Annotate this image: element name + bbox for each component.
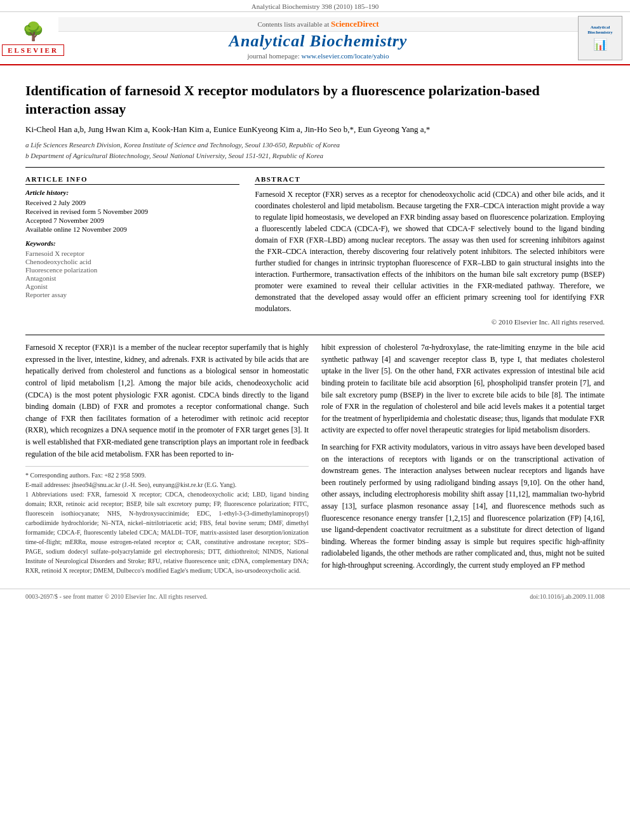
main-text-col2: hibit expression of cholesterol 7α-hydro… [321, 342, 605, 576]
keyword-5: Agonist [25, 283, 239, 290]
affiliation-a: a Life Sciences Research Division, Korea… [25, 140, 605, 150]
keyword-1: Farnesoid X receptor [25, 250, 239, 257]
article-body: ARTICLE INFO Article history: Received 2… [25, 175, 605, 326]
bottom-copyright: 0003-2697/$ - see front matter © 2010 El… [25, 593, 208, 600]
article-history-label: Article history: [25, 189, 239, 196]
logo-graphic: 📊 [593, 37, 607, 51]
bottom-bar: 0003-2697/$ - see front matter © 2010 El… [0, 589, 630, 604]
homepage-label: journal homepage: [248, 52, 300, 60]
article-content: Identification of farnesoid X receptor m… [0, 65, 630, 589]
journal-citation: Analytical Biochemistry 398 (2010) 185–1… [251, 3, 379, 10]
footnote-abbrev: 1 Abbreviations used: FXR, farnesoid X r… [25, 490, 309, 575]
scidir-link[interactable]: ScienceDirect [331, 19, 379, 29]
affiliations: a Life Sciences Research Division, Korea… [25, 140, 605, 161]
scidir-text: Contents lists available at [257, 20, 329, 28]
main-text-section: Farnesoid X receptor (FXR)1 is a member … [25, 335, 605, 576]
keywords-label: Keywords: [25, 239, 239, 247]
keyword-3: Fluorescence polarization [25, 266, 239, 274]
main-text-columns: Farnesoid X receptor (FXR)1 is a member … [25, 342, 605, 576]
footnote-corresponding: * Corresponding authors. Fax: +82 2 958 … [25, 470, 309, 480]
keyword-4: Antagonist [25, 274, 239, 282]
journal-name: Analytical Biochemistry [58, 32, 578, 51]
copyright-line: © 2010 Elsevier Inc. All rights reserved… [255, 318, 605, 326]
journal-header: 🌳 ELSEVIER Contents lists available at S… [0, 12, 630, 65]
article-info-column: ARTICLE INFO Article history: Received 2… [25, 175, 239, 326]
main-para-2: hibit expression of cholesterol 7α-hydro… [321, 342, 605, 436]
authors: Ki-Cheol Han a,b, Jung Hwan Kim a, Kook-… [25, 124, 605, 135]
keyword-2: Chenodeoxycholic acid [25, 258, 239, 265]
footnote-email: E-mail addresses: jhseo94@snu.ac.kr (J.-… [25, 480, 309, 490]
abbrev-label: 1 Abbreviations used: [25, 491, 84, 498]
article-divider [25, 167, 605, 168]
abbrev-text: FXR, farnesoid X receptor; CDCA, chenode… [25, 491, 309, 574]
keywords-section: Keywords: Farnesoid X receptor Chenodeox… [25, 239, 239, 298]
journal-logo-title: AnalyticalBiochemistry [587, 25, 613, 35]
affiliation-b: b Department of Agricultural Biotechnolo… [25, 150, 605, 161]
article-title: Identification of farnesoid X receptor m… [25, 82, 605, 118]
abstract-column: ABSTRACT Farnesoid X receptor (FXR) serv… [255, 175, 605, 326]
main-para-1: Farnesoid X receptor (FXR)1 is a member … [25, 342, 309, 460]
main-para-3: In searching for FXR activity modulators… [321, 441, 605, 571]
history-received: Received 2 July 2009 [25, 199, 239, 206]
footnotes: * Corresponding authors. Fax: +82 2 958 … [25, 466, 309, 575]
journal-homepage: journal homepage: www.elsevier.com/locat… [58, 52, 578, 60]
homepage-url[interactable]: www.elsevier.com/locate/yabio [301, 52, 389, 60]
history-online: Available online 12 November 2009 [25, 225, 239, 233]
journal-citation-bar: Analytical Biochemistry 398 (2010) 185–1… [0, 0, 630, 12]
history-revised: Received in revised form 5 November 2009 [25, 208, 239, 215]
abstract-heading: ABSTRACT [255, 175, 605, 185]
elsevier-logo: 🌳 ELSEVIER [8, 16, 58, 60]
abstract-text: Farnesoid X receptor (FXR) serves as a r… [255, 189, 605, 314]
elsevier-label: ELSEVIER [2, 44, 64, 56]
tree-icon: 🌳 [22, 21, 44, 42]
history-accepted: Accepted 7 November 2009 [25, 217, 239, 224]
main-text-col1: Farnesoid X receptor (FXR)1 is a member … [25, 342, 309, 576]
article-info-heading: ARTICLE INFO [25, 175, 239, 185]
journal-logo-box: AnalyticalBiochemistry 📊 [578, 16, 622, 60]
scidir-bar: Contents lists available at ScienceDirec… [58, 17, 578, 32]
keyword-6: Reporter assay [25, 291, 239, 298]
bottom-doi: doi:10.1016/j.ab.2009.11.008 [530, 593, 605, 600]
journal-header-center: Contents lists available at ScienceDirec… [58, 17, 578, 60]
